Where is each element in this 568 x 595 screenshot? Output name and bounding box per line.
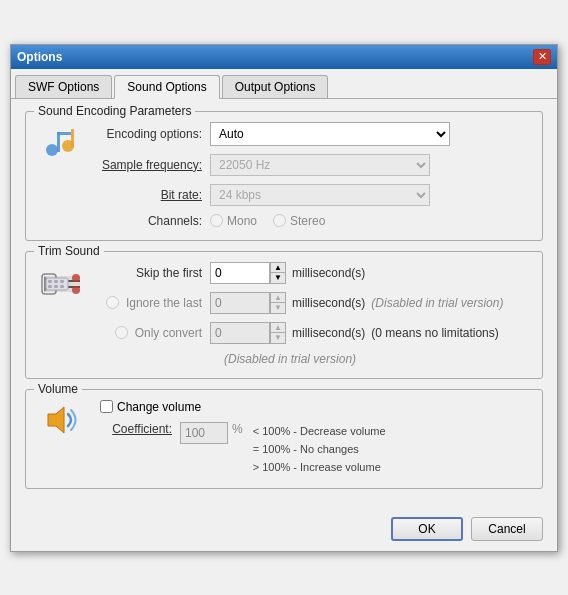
ignore-last-radio[interactable] — [106, 296, 119, 309]
mono-radio[interactable] — [210, 214, 223, 227]
only-convert-row: Only convert ▲ ▼ millisecond(s) (0 means… — [100, 322, 530, 344]
svg-rect-15 — [60, 280, 64, 283]
pct-label: % — [232, 422, 243, 436]
trim-sound-label: Trim Sound — [34, 244, 104, 258]
bottom-bar: OK Cancel — [11, 509, 557, 551]
window-title: Options — [17, 50, 62, 64]
svg-rect-18 — [60, 285, 64, 288]
skip-ms-label: millisecond(s) — [292, 266, 365, 280]
svg-point-0 — [46, 144, 58, 156]
ignore-down-btn[interactable]: ▼ — [271, 303, 285, 313]
svg-point-10 — [72, 274, 80, 282]
skip-input[interactable] — [210, 262, 270, 284]
volume-speaker-icon — [42, 400, 82, 440]
only-convert-radio[interactable] — [115, 326, 128, 339]
ignore-last-radio-label[interactable]: Ignore the last — [100, 296, 210, 310]
trim-sound-group: Trim Sound — [25, 251, 543, 379]
ignore-disabled-note: (Disabled in trial version) — [371, 296, 503, 310]
only-spinner: ▲ ▼ — [210, 322, 286, 344]
encoding-options-row: Encoding options: Auto MP3 ADPCM Raw — [100, 122, 530, 146]
cancel-button[interactable]: Cancel — [471, 517, 543, 541]
only-input[interactable] — [210, 322, 270, 344]
svg-point-11 — [72, 286, 80, 294]
ignore-up-btn[interactable]: ▲ — [271, 293, 285, 304]
skip-up-btn[interactable]: ▲ — [271, 263, 285, 274]
volume-form: Change volume Coefficient: % < 100% - De… — [100, 400, 530, 476]
skip-spinner: ▲ ▼ — [210, 262, 286, 284]
bitrate-row: Bit rate: 24 kbps — [100, 184, 530, 206]
sample-freq-row: Sample frequency: 22050 Hz — [100, 154, 530, 176]
title-bar: Options ✕ — [11, 45, 557, 69]
sound-encoding-label: Sound Encoding Parameters — [34, 104, 195, 118]
tab-output-options[interactable]: Output Options — [222, 75, 329, 98]
coeff-label: Coefficient: — [100, 422, 180, 436]
options-window: Options ✕ SWF Options Sound Options Outp… — [10, 44, 558, 552]
trim-icon-area — [38, 262, 86, 306]
encoding-label: Encoding options: — [100, 127, 210, 141]
only-down-btn[interactable]: ▼ — [271, 333, 285, 343]
skip-down-btn[interactable]: ▼ — [271, 273, 285, 283]
skip-first-row: Skip the first ▲ ▼ millisecond(s) — [100, 262, 530, 284]
only-convert-radio-label[interactable]: Only convert — [100, 326, 210, 340]
content-area: Sound Encoding Parameters Encoding optio… — [11, 99, 557, 509]
change-volume-label: Change volume — [117, 400, 201, 414]
bitrate-select[interactable]: 24 kbps — [210, 184, 430, 206]
coeff-input[interactable] — [180, 422, 228, 444]
ok-button[interactable]: OK — [391, 517, 463, 541]
hint1: < 100% - Decrease volume — [253, 422, 386, 440]
tab-sound-options[interactable]: Sound Options — [114, 75, 219, 99]
stereo-radio[interactable] — [273, 214, 286, 227]
skip-spinner-buttons: ▲ ▼ — [270, 262, 286, 284]
trim-section: Skip the first ▲ ▼ millisecond(s) — [38, 262, 530, 366]
skip-first-label: Skip the first — [100, 266, 210, 280]
sound-encoding-icon-area — [38, 122, 86, 162]
svg-rect-4 — [71, 129, 74, 147]
only-convert-label: Only convert — [135, 326, 202, 340]
only-ms-label: millisecond(s) — [292, 326, 365, 340]
volume-section: Change volume Coefficient: % < 100% - De… — [38, 400, 530, 476]
hint3: > 100% - Increase volume — [253, 458, 386, 476]
svg-rect-17 — [54, 285, 58, 288]
stereo-label: Stereo — [290, 214, 325, 228]
ignore-ms-label: millisecond(s) — [292, 296, 365, 310]
sample-freq-label: Sample frequency: — [100, 158, 210, 172]
change-volume-row: Change volume — [100, 400, 530, 414]
stereo-radio-label[interactable]: Stereo — [273, 214, 325, 228]
ignore-last-row: Ignore the last ▲ ▼ millisecond(s) (Disa… — [100, 292, 530, 314]
encoding-select[interactable]: Auto MP3 ADPCM Raw — [210, 122, 450, 146]
mono-radio-label[interactable]: Mono — [210, 214, 257, 228]
encoding-section: Encoding options: Auto MP3 ADPCM Raw Sam… — [38, 122, 530, 228]
svg-rect-14 — [54, 280, 58, 283]
sample-freq-select[interactable]: 22050 Hz — [210, 154, 430, 176]
hint2: = 100% - No changes — [253, 440, 386, 458]
ignore-input[interactable] — [210, 292, 270, 314]
coefficient-row: Coefficient: % < 100% - Decrease volume … — [100, 422, 530, 476]
close-button[interactable]: ✕ — [533, 49, 551, 65]
channels-radio-group: Mono Stereo — [210, 214, 325, 228]
trim-scissors-icon — [40, 262, 84, 306]
tab-bar: SWF Options Sound Options Output Options — [11, 71, 557, 99]
only-spinner-buttons: ▲ ▼ — [270, 322, 286, 344]
volume-icon-area — [38, 400, 86, 440]
svg-rect-3 — [57, 132, 71, 135]
tab-swf-options[interactable]: SWF Options — [15, 75, 112, 98]
volume-group-label: Volume — [34, 382, 82, 396]
bitrate-label: Bit rate: — [100, 188, 210, 202]
sound-notes-icon — [42, 122, 82, 162]
svg-rect-12 — [46, 278, 68, 290]
only-note: (0 means no limitations) — [371, 326, 498, 340]
channels-label: Channels: — [100, 214, 210, 228]
ignore-last-label: Ignore the last — [126, 296, 202, 310]
change-volume-checkbox[interactable] — [100, 400, 113, 413]
ignore-spinner: ▲ ▼ — [210, 292, 286, 314]
trim-form: Skip the first ▲ ▼ millisecond(s) — [100, 262, 530, 366]
encoding-form: Encoding options: Auto MP3 ADPCM Raw Sam… — [100, 122, 530, 228]
volume-hints: < 100% - Decrease volume = 100% - No cha… — [253, 422, 386, 476]
only-disabled-note: (Disabled in trial version) — [224, 352, 356, 366]
svg-marker-19 — [48, 407, 64, 433]
svg-rect-13 — [48, 280, 52, 283]
only-up-btn[interactable]: ▲ — [271, 323, 285, 334]
encoding-select-wrap: Auto MP3 ADPCM Raw — [210, 122, 470, 146]
only-disabled-row: (Disabled in trial version) — [100, 352, 530, 366]
sound-encoding-group: Sound Encoding Parameters Encoding optio… — [25, 111, 543, 241]
